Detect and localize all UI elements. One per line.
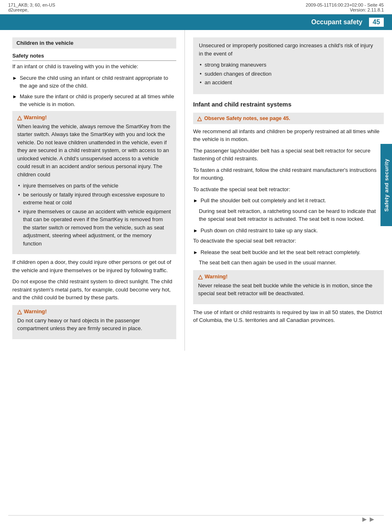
warning1-bullets: injure themselves on parts of the vehicl… <box>17 182 171 247</box>
right-arrow-1-text: Pull the shoulder belt out completely an… <box>201 197 326 205</box>
right-arrow-icon-3: ► <box>193 249 198 256</box>
main-content: Children in the vehicle Safety notes If … <box>0 30 392 351</box>
right-arrow-icon-2: ► <box>193 227 198 234</box>
warning-box-3: △ Warning! Never release the seat belt b… <box>193 270 384 304</box>
forward-arrows: ►► <box>361 515 376 524</box>
header-left-top: 171_AKB; 3; 60, en-US <box>8 2 55 7</box>
ratchet-note: During seat belt retraction, a ratchetin… <box>193 207 384 223</box>
warning-box-2: △ Warning! Do not carry heavy or hard ob… <box>12 305 176 339</box>
right-arrow-3: ► Release the seat belt buckle and let t… <box>193 248 384 257</box>
right-arrow-icon-1: ► <box>193 197 198 204</box>
cargo-bullets: strong braking maneuvers sudden changes … <box>199 61 378 87</box>
observe-warning-icon: △ <box>197 115 202 122</box>
right-arrow-2: ► Push down on child restraint to take u… <box>193 227 384 235</box>
header-left-bottom: d2ureepe, <box>8 7 55 12</box>
arrow-item-2: ► Make sure the infant or child is prope… <box>12 93 176 109</box>
warning-title-2: △ Warning! <box>17 308 171 315</box>
arrow-icon-1: ► <box>12 74 17 82</box>
list-item: strong braking maneuvers <box>199 61 378 69</box>
title-bar: Occupant safety 45 <box>0 14 392 30</box>
warning1-text: When leaving the vehicle, always remove … <box>17 123 171 179</box>
arrow-item-1: ► Secure the child using an infant or ch… <box>12 74 176 90</box>
observe-note-text: Observe Safety notes, see page 45. <box>204 116 290 121</box>
arrow-item-2-text: Make sure the infant or child is properl… <box>20 93 176 109</box>
warning-box-1: △ Warning! When leaving the vehicle, alw… <box>12 111 176 254</box>
safety-para2: If children open a door, they could inju… <box>12 258 176 274</box>
list-item: injure themselves on parts of the vehicl… <box>17 182 171 190</box>
infant-section-title: Infant and child restraint systems <box>193 101 384 109</box>
warning-icon-1: △ <box>17 114 22 121</box>
right-para2: The passenger lap/shoulder belt has a sp… <box>193 147 384 163</box>
arrow-item-1-text: Secure the child using an infant or chil… <box>20 74 176 90</box>
warning2-text: Do not carry heavy or hard objects in th… <box>17 317 171 333</box>
right-para6: The use of infant or child restraints is… <box>193 308 384 324</box>
section-box-label: Children in the vehicle <box>16 40 74 46</box>
header-right-bottom: Version: 2.11.8.1 <box>306 7 384 12</box>
side-tab-text: Safety and security <box>383 159 390 212</box>
right-para1: We recommend all infants and children be… <box>193 127 384 143</box>
observe-note: △ Observe Safety notes, see page 45. <box>193 113 384 124</box>
cargo-box: Unsecured or improperly positioned cargo… <box>193 37 384 94</box>
page-number: 45 <box>369 18 384 27</box>
arrow-icon-2: ► <box>12 93 17 100</box>
page-title: Occupant safety <box>311 19 362 26</box>
bottom-line <box>8 515 384 516</box>
warning-title-1: △ Warning! <box>17 114 171 121</box>
warning-title-3: △ Warning! <box>198 273 379 280</box>
list-item: be seriously or fatally injured through … <box>17 191 171 207</box>
safety-para3: Do not expose the child restraint system… <box>12 278 176 302</box>
header-right-top: 2009-05-11T16:00:23+02:00 - Seite 45 <box>306 2 384 7</box>
right-arrow-2-text: Push down on child restraint to take up … <box>201 227 318 235</box>
right-arrow-1: ► Pull the shoulder belt out completely … <box>193 197 384 205</box>
left-column: Children in the vehicle Safety notes If … <box>0 30 185 351</box>
right-para4: To activate the special seat belt retrac… <box>193 185 384 194</box>
warning-icon-2: △ <box>17 308 22 315</box>
warning-icon-3: △ <box>198 273 203 280</box>
list-item: sudden changes of direction <box>199 70 378 78</box>
cargo-box-text: Unsecured or improperly positioned cargo… <box>199 42 378 58</box>
list-item: an accident <box>199 79 378 87</box>
doc-header: 171_AKB; 3; 60, en-US d2ureepe, 2009-05-… <box>0 0 392 14</box>
section-box-children: Children in the vehicle <box>12 37 176 49</box>
safety-para1: If an infant or child is traveling with … <box>12 62 176 71</box>
right-para5: To deactivate the special seat belt retr… <box>193 237 384 245</box>
list-item: injure themselves or cause an accident w… <box>17 208 171 248</box>
right-column: Unsecured or improperly positioned cargo… <box>185 30 392 351</box>
right-arrow-3-text: Release the seat belt buckle and let the… <box>201 248 360 257</box>
retract-note: The seat belt can then again be used in … <box>193 259 384 267</box>
warning3-text: Never release the seat belt buckle while… <box>198 282 379 298</box>
safety-notes-title: Safety notes <box>12 53 176 61</box>
right-para3: To fasten a child restraint, follow the … <box>193 166 384 182</box>
side-tab: Safety and security <box>380 144 392 226</box>
